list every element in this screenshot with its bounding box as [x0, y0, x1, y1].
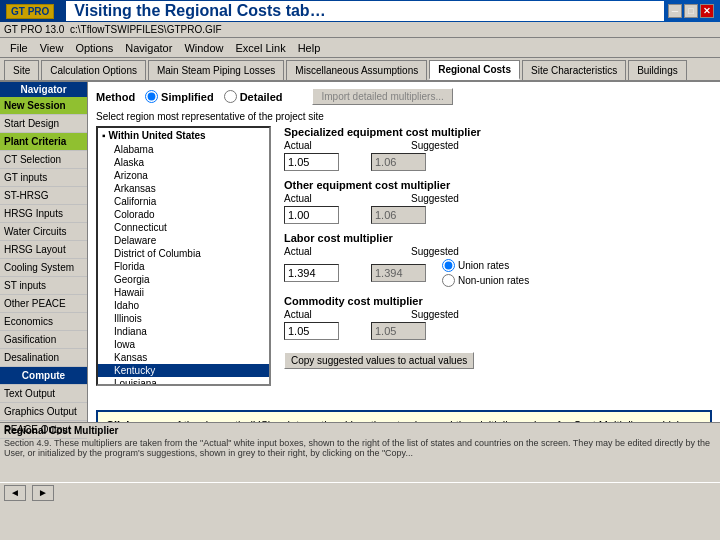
menu-window[interactable]: Window [178, 40, 229, 56]
labor-actual-label: Actual [284, 246, 344, 257]
state-kansas[interactable]: Kansas [98, 351, 269, 364]
commodity-actual-label: Actual [284, 309, 344, 320]
tab-piping[interactable]: Main Steam Piping Losses [148, 60, 284, 80]
detailed-radio[interactable] [224, 90, 237, 103]
maximize-button[interactable]: □ [684, 4, 698, 18]
simplified-radio-label[interactable]: Simplified [145, 90, 214, 103]
commodity-section: Commodity cost multiplier Actual Suggest… [284, 295, 704, 340]
nav-st-hrsg[interactable]: ST-HRSG [0, 187, 87, 205]
state-california[interactable]: California [98, 195, 269, 208]
main-layout: Navigator New Session Start Design Plant… [0, 82, 720, 422]
specialized-section: Specialized equipment cost multiplier Ac… [284, 126, 704, 171]
state-arizona[interactable]: Arizona [98, 169, 269, 182]
file-path: c:\TflowTSWIPFILES\GTPRO.GIF [70, 24, 222, 35]
tab-misc[interactable]: Miscellaneous Assumptions [286, 60, 427, 80]
scroll-right-button[interactable]: ► [32, 485, 54, 501]
specialized-suggested-input[interactable] [371, 153, 426, 171]
collapse-icon[interactable]: ▪ [102, 130, 106, 141]
status-bar: ◄ ► [0, 482, 720, 502]
state-idaho[interactable]: Idaho [98, 299, 269, 312]
nav-start-design[interactable]: Start Design [0, 115, 87, 133]
commodity-actual-input[interactable] [284, 322, 339, 340]
nav-economics[interactable]: Economics [0, 313, 87, 331]
menu-file[interactable]: File [4, 40, 34, 56]
nav-desalination[interactable]: Desalination [0, 349, 87, 367]
other-labels-row: Actual Suggested [284, 193, 704, 204]
menu-options[interactable]: Options [69, 40, 119, 56]
state-kentucky[interactable]: Kentucky [98, 364, 269, 377]
nav-hrsg-layout[interactable]: HRSG Layout [0, 241, 87, 259]
nav-hrsg-inputs[interactable]: HRSG Inputs [0, 205, 87, 223]
menu-view[interactable]: View [34, 40, 70, 56]
other-suggested-input[interactable] [371, 206, 426, 224]
nav-water-circuits[interactable]: Water Circuits [0, 223, 87, 241]
commodity-suggested-label: Suggested [411, 309, 471, 320]
import-button[interactable]: Import detailed multipliers... [312, 88, 452, 105]
tab-site[interactable]: Site [4, 60, 39, 80]
nav-cooling-system[interactable]: Cooling System [0, 259, 87, 277]
specialized-title: Specialized equipment cost multiplier [284, 126, 704, 138]
sidebar-header: Navigator [0, 82, 87, 97]
nav-gasification[interactable]: Gasification [0, 331, 87, 349]
app-logo: GT PRO [6, 4, 54, 19]
state-iowa[interactable]: Iowa [98, 338, 269, 351]
labor-labels-row: Actual Suggested [284, 246, 704, 257]
nav-gt-inputs[interactable]: GT inputs [0, 169, 87, 187]
state-florida[interactable]: Florida [98, 260, 269, 273]
nav-compute[interactable]: Compute [0, 367, 87, 385]
tab-calculation[interactable]: Calculation Options [41, 60, 146, 80]
content-area: Method Simplified Detailed Import detail… [88, 82, 720, 422]
tab-regional-costs[interactable]: Regional Costs [429, 60, 520, 80]
nav-plant-criteria[interactable]: Plant Criteria [0, 133, 87, 151]
labor-suggested-label: Suggested [411, 246, 471, 257]
callout-click-word: Click [106, 419, 132, 422]
union-rates-radio[interactable] [442, 259, 455, 272]
menu-help[interactable]: Help [292, 40, 327, 56]
menu-navigator[interactable]: Navigator [119, 40, 178, 56]
nav-st-inputs[interactable]: ST inputs [0, 277, 87, 295]
state-arkansas[interactable]: Arkansas [98, 182, 269, 195]
tab-buildings[interactable]: Buildings [628, 60, 687, 80]
state-illinois[interactable]: Illinois [98, 312, 269, 325]
state-connecticut[interactable]: Connecticut [98, 221, 269, 234]
non-union-rates-radio[interactable] [442, 274, 455, 287]
state-louisiana[interactable]: Louisiana [98, 377, 269, 386]
state-alaska[interactable]: Alaska [98, 156, 269, 169]
labor-actual-input[interactable] [284, 264, 339, 282]
union-rates-label[interactable]: Union rates [442, 259, 529, 272]
state-hawaii[interactable]: Hawaii [98, 286, 269, 299]
labor-suggested-input[interactable] [371, 264, 426, 282]
detailed-radio-label[interactable]: Detailed [224, 90, 283, 103]
nav-graphics-output[interactable]: Graphics Output [0, 403, 87, 421]
state-alabama[interactable]: Alabama [98, 143, 269, 156]
nav-new-session[interactable]: New Session [0, 97, 87, 115]
method-label: Method [96, 91, 135, 103]
menu-excel-link[interactable]: Excel Link [230, 40, 292, 56]
minimize-button[interactable]: ─ [668, 4, 682, 18]
non-union-rates-label[interactable]: Non-union rates [442, 274, 529, 287]
other-actual-input[interactable] [284, 206, 339, 224]
state-indiana[interactable]: Indiana [98, 325, 269, 338]
guidance-area: Regional Cost Multiplier Section 4.9. Th… [0, 422, 720, 482]
copy-values-button[interactable]: Copy suggested values to actual values [284, 352, 474, 369]
scroll-left-button[interactable]: ◄ [4, 485, 26, 501]
guidance-text: Section 4.9. These multipliers are taken… [4, 438, 716, 458]
state-georgia[interactable]: Georgia [98, 273, 269, 286]
address-bar: GT PRO 13.0 c:\TflowTSWIPFILES\GTPRO.GIF [0, 22, 720, 38]
close-button[interactable]: ✕ [700, 4, 714, 18]
state-delaware[interactable]: Delaware [98, 234, 269, 247]
method-row: Method Simplified Detailed Import detail… [96, 88, 712, 105]
commodity-suggested-input[interactable] [371, 322, 426, 340]
state-list[interactable]: ▪ Within United States Alabama Alaska Ar… [96, 126, 271, 386]
nav-ct-selection[interactable]: CT Selection [0, 151, 87, 169]
state-dc[interactable]: District of Columbia [98, 247, 269, 260]
simplified-radio[interactable] [145, 90, 158, 103]
state-group-header: ▪ Within United States [98, 128, 269, 143]
tab-site-char[interactable]: Site Characteristics [522, 60, 626, 80]
specialized-actual-input[interactable] [284, 153, 339, 171]
state-list-section: ▪ Within United States Alabama Alaska Ar… [96, 126, 276, 406]
nav-text-output[interactable]: Text Output [0, 385, 87, 403]
state-colorado[interactable]: Colorado [98, 208, 269, 221]
commodity-title: Commodity cost multiplier [284, 295, 704, 307]
nav-other-peace[interactable]: Other PEACE [0, 295, 87, 313]
